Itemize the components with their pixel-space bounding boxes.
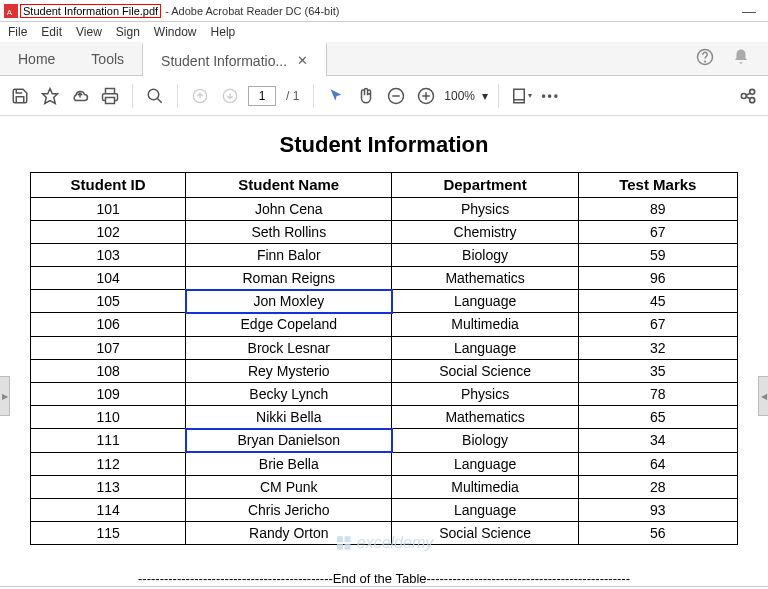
svg-point-16 <box>741 93 746 98</box>
table-cell: Brock Lesnar <box>186 336 392 359</box>
table-cell: 78 <box>578 383 737 406</box>
table-row: 107Brock LesnarLanguage32 <box>31 336 738 359</box>
table-cell: Physics <box>392 383 578 406</box>
page-up-icon[interactable] <box>188 84 212 108</box>
left-panel-handle[interactable]: ▶ <box>0 376 10 416</box>
table-cell: Mathematics <box>392 406 578 429</box>
table-row: 104Roman ReignsMathematics96 <box>31 267 738 290</box>
table-cell: Chris Jericho <box>186 498 392 521</box>
table-row: 102Seth RollinsChemistry67 <box>31 220 738 243</box>
read-mode-icon[interactable]: ▾ <box>509 84 533 108</box>
table-cell: 89 <box>578 197 737 220</box>
svg-point-3 <box>705 61 706 62</box>
zoom-in-icon[interactable] <box>414 84 438 108</box>
table-cell: 113 <box>31 475 186 498</box>
table-cell: Language <box>392 290 578 313</box>
menu-file[interactable]: File <box>8 25 27 39</box>
table-cell: 114 <box>31 498 186 521</box>
zoom-out-icon[interactable] <box>384 84 408 108</box>
table-row: 101John CenaPhysics89 <box>31 197 738 220</box>
right-panel-handle[interactable]: ◀ <box>758 376 768 416</box>
save-icon[interactable] <box>8 84 32 108</box>
menu-sign[interactable]: Sign <box>116 25 140 39</box>
table-cell: 102 <box>31 220 186 243</box>
window-titlebar: A Student Information File.pdf - Adobe A… <box>0 0 768 22</box>
table-cell: 45 <box>578 290 737 313</box>
table-row: 109Becky LynchPhysics78 <box>31 383 738 406</box>
svg-line-7 <box>157 98 162 103</box>
table-cell: Language <box>392 336 578 359</box>
page-down-icon[interactable] <box>218 84 242 108</box>
cloud-icon[interactable] <box>68 84 92 108</box>
end-of-table-text: ----------------------------------------… <box>30 571 738 586</box>
table-cell: 32 <box>578 336 737 359</box>
table-cell: 111 <box>31 429 186 452</box>
table-cell: Multimedia <box>392 475 578 498</box>
share-icon[interactable] <box>736 84 760 108</box>
tab-document[interactable]: Student Informatio... ✕ <box>142 42 327 76</box>
table-cell: 56 <box>578 522 737 545</box>
more-icon[interactable]: ••• <box>539 84 563 108</box>
table-cell: 65 <box>578 406 737 429</box>
table-cell: CM Punk <box>186 475 392 498</box>
pdf-icon: A <box>4 4 18 18</box>
svg-text:A: A <box>7 7 13 16</box>
table-cell: Bryan Danielson <box>186 429 392 452</box>
table-cell: 103 <box>31 243 186 266</box>
window-filename: Student Information File.pdf <box>20 4 161 18</box>
page-number-input[interactable] <box>248 86 276 106</box>
hand-icon[interactable] <box>354 84 378 108</box>
table-cell: Mathematics <box>392 267 578 290</box>
table-cell: Biology <box>392 243 578 266</box>
zoom-level[interactable]: 100% ▾ <box>444 89 487 103</box>
table-cell: 67 <box>578 220 737 243</box>
table-header: Department <box>392 173 578 198</box>
table-cell: 110 <box>31 406 186 429</box>
help-icon[interactable] <box>696 48 714 69</box>
table-cell: Physics <box>392 197 578 220</box>
table-row: 103Finn BalorBiology59 <box>31 243 738 266</box>
table-cell: 108 <box>31 359 186 382</box>
table-header: Student Name <box>186 173 392 198</box>
star-icon[interactable] <box>38 84 62 108</box>
table-row: 114Chris JerichoLanguage93 <box>31 498 738 521</box>
table-cell: 104 <box>31 267 186 290</box>
table-row: 111Bryan DanielsonBiology34 <box>31 429 738 452</box>
tab-tools[interactable]: Tools <box>73 42 142 75</box>
watermark: exceldemy <box>335 534 433 552</box>
menubar: File Edit View Sign Window Help <box>0 22 768 42</box>
pointer-icon[interactable] <box>324 84 348 108</box>
minimize-button[interactable]: — <box>734 3 764 19</box>
table-row: 112Brie BellaLanguage64 <box>31 452 738 475</box>
table-cell: Biology <box>392 429 578 452</box>
table-cell: 112 <box>31 452 186 475</box>
table-row: 105Jon MoxleyLanguage45 <box>31 290 738 313</box>
menu-help[interactable]: Help <box>211 25 236 39</box>
bell-icon[interactable] <box>732 48 750 69</box>
table-cell: Language <box>392 452 578 475</box>
page-total: / 1 <box>286 89 299 103</box>
document-area[interactable]: ▶ ◀ Student Information Student IDStuden… <box>0 116 768 586</box>
table-cell: 106 <box>31 313 186 336</box>
print-icon[interactable] <box>98 84 122 108</box>
tab-home[interactable]: Home <box>0 42 73 75</box>
table-cell: Social Science <box>392 359 578 382</box>
student-table: Student IDStudent NameDepartmentTest Mar… <box>30 172 738 545</box>
table-cell: 67 <box>578 313 737 336</box>
table-cell: Language <box>392 498 578 521</box>
table-row: 106Edge CopelandMultimedia67 <box>31 313 738 336</box>
table-cell: Multimedia <box>392 313 578 336</box>
menu-view[interactable]: View <box>76 25 102 39</box>
menu-edit[interactable]: Edit <box>41 25 62 39</box>
search-icon[interactable] <box>143 84 167 108</box>
close-icon[interactable]: ✕ <box>297 53 308 68</box>
table-cell: 59 <box>578 243 737 266</box>
table-row: 108Rey MysterioSocial Science35 <box>31 359 738 382</box>
table-cell: 96 <box>578 267 737 290</box>
document-title: Student Information <box>30 132 738 158</box>
svg-rect-15 <box>513 89 524 100</box>
menu-window[interactable]: Window <box>154 25 197 39</box>
table-cell: 101 <box>31 197 186 220</box>
table-cell: 115 <box>31 522 186 545</box>
table-row: 113CM PunkMultimedia28 <box>31 475 738 498</box>
